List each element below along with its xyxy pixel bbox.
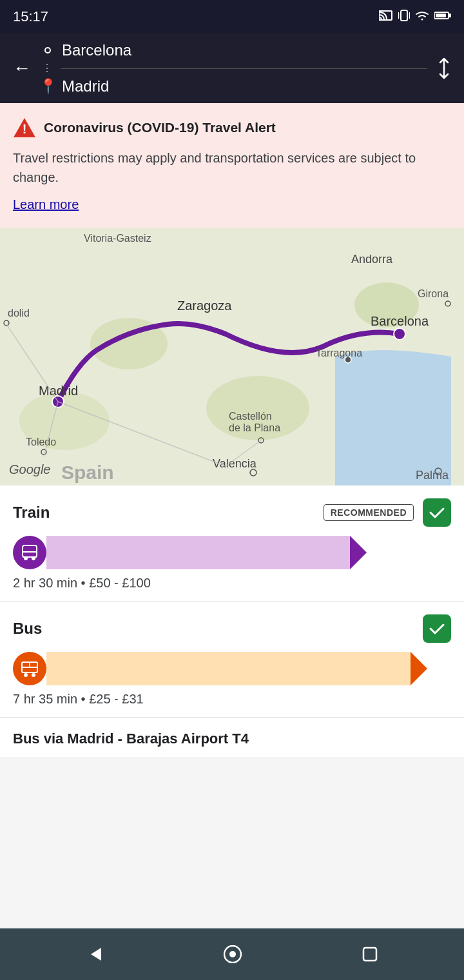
bus-progress-row [13,652,451,685]
destination-row: 📍 Madrid [41,77,427,95]
bus-progress-bar [46,652,451,685]
train-header: Train RECOMMENDED [13,498,451,527]
map-container: Andorra Girona Zaragoza Barcelona Tarrag… [0,228,464,485]
status-bar: 15:17 [0,0,464,34]
svg-point-49 [32,673,35,677]
bus-duration: 7 hr 35 min • £25 - £31 [13,692,451,707]
svg-rect-5 [436,14,446,17]
back-button[interactable]: ← [10,55,34,81]
svg-text:Barcelona: Barcelona [371,314,429,328]
svg-text:dolid: dolid [8,308,30,318]
svg-rect-6 [449,14,451,17]
train-book-button[interactable] [423,498,451,527]
cast-icon [379,10,393,24]
nav-back-button[interactable] [86,945,104,963]
svg-point-16 [394,328,405,340]
learn-more-link[interactable]: Learn more [13,197,79,211]
train-duration: 2 hr 30 min • £50 - £100 [13,576,451,591]
status-time: 15:17 [13,8,48,25]
svg-point-55 [229,951,236,957]
status-icons [379,9,451,24]
train-section: Train RECOMMENDED 2 [0,485,464,602]
svg-rect-56 [363,948,376,961]
svg-point-48 [24,673,28,677]
svg-text:Zaragoza: Zaragoza [177,299,232,313]
bus-bar-triangle [411,652,427,685]
nav-recents-button[interactable] [362,946,378,963]
header: ← Barcelona ⋮ 📍 Madrid [0,34,464,103]
alert-title: Coronavirus (COVID-19) Travel Alert [44,120,276,135]
alert-title-row: ! Coronavirus (COVID-19) Travel Alert [13,116,451,139]
nav-home-button[interactable] [224,945,242,963]
svg-text:Vitoria-Gasteiz: Vitoria-Gasteiz [84,233,151,244]
destination-pin-icon: 📍 [39,78,57,95]
bus-header: Bus [13,614,451,643]
alert-warning-icon: ! [13,116,36,139]
bus-via-title: Bus via Madrid - Barajas Airport T4 [13,730,249,747]
origin-row: Barcelona [41,41,427,59]
vibrate-icon [398,9,410,24]
svg-text:Madrid: Madrid [39,384,78,398]
train-title: Train [13,504,50,522]
bottom-nav [0,928,464,980]
origin-dot-col [41,47,54,54]
alert-banner: ! Coronavirus (COVID-19) Travel Alert Tr… [0,103,464,228]
origin-label: Barcelona [62,41,427,59]
train-bar-fill [46,536,350,569]
recommended-badge: RECOMMENDED [324,504,414,521]
battery-icon [434,11,451,23]
bus-book-button[interactable] [423,614,451,643]
alert-body: Travel restrictions may apply and transp… [13,148,451,187]
bus-section: Bus 7 hr 35 min • £25 - £31 [0,602,464,718]
destination-dot-col: 📍 [41,78,54,95]
svg-text:Google: Google [9,462,51,476]
route-info: Barcelona ⋮ 📍 Madrid [41,41,427,95]
svg-text:Toledo: Toledo [26,436,56,447]
bus-via-section: Bus via Madrid - Barajas Airport T4 [0,718,464,758]
train-progress-bar [46,536,451,569]
bus-bar-fill [46,652,411,685]
svg-text:Palma: Palma [416,469,449,482]
destination-label: Madrid [62,77,427,95]
swap-button[interactable] [434,57,454,79]
wifi-icon [415,10,429,23]
svg-rect-1 [401,10,407,21]
train-icon [13,536,46,569]
train-progress-row [13,536,451,569]
svg-text:Tarragona: Tarragona [316,348,362,358]
train-header-right: RECOMMENDED [324,498,451,527]
svg-text:de la Plana: de la Plana [229,422,280,433]
route-separator-dots: ⋮ [41,63,53,74]
route-separator-line [61,68,427,69]
svg-marker-53 [91,948,101,961]
train-bar-triangle [350,536,367,569]
origin-dot [44,47,51,54]
bus-title: Bus [13,620,42,638]
svg-text:Girona: Girona [418,288,449,299]
svg-text:!: ! [23,122,27,136]
svg-text:Spain: Spain [61,462,114,483]
map-svg: Andorra Girona Zaragoza Barcelona Tarrag… [0,228,464,485]
svg-text:Castellón: Castellón [229,411,272,422]
bus-icon [13,652,46,685]
svg-text:Andorra: Andorra [351,253,393,266]
